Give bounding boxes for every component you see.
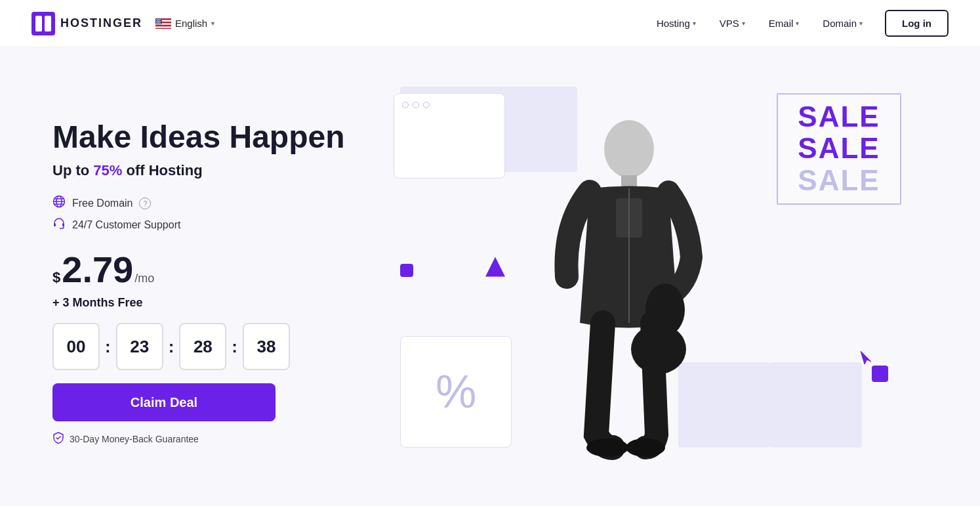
svg-rect-40 xyxy=(54,223,56,226)
nav-item-domain[interactable]: Domain ▾ xyxy=(813,12,872,34)
svg-point-18 xyxy=(157,20,158,20)
headset-icon xyxy=(52,217,66,233)
svg-point-26 xyxy=(157,22,157,22)
svg-point-14 xyxy=(158,18,159,19)
svg-point-17 xyxy=(157,20,157,20)
svg-rect-1 xyxy=(35,16,42,32)
svg-point-28 xyxy=(159,22,159,22)
logo-text: HOSTINGER xyxy=(60,16,142,30)
svg-point-23 xyxy=(158,20,159,21)
percent-symbol: % xyxy=(436,369,476,415)
svg-point-20 xyxy=(159,20,160,20)
flag-icon xyxy=(155,18,171,29)
guarantee-text: 30-Day Money-Back Guarantee xyxy=(70,434,199,444)
shield-icon xyxy=(52,432,64,446)
svg-point-32 xyxy=(158,22,159,23)
features-list: Free Domain ? 24/7 Customer Support xyxy=(52,195,367,233)
svg-rect-41 xyxy=(62,223,64,226)
logo[interactable]: HOSTINGER xyxy=(31,12,142,35)
sale-box: SALE SALE SALE xyxy=(777,93,901,205)
svg-point-15 xyxy=(159,18,159,19)
browser-dot-1 xyxy=(402,102,409,108)
bg-triangle-purple xyxy=(485,257,505,277)
browser-dots xyxy=(402,102,497,108)
free-months-label: + 3 Months Free xyxy=(52,296,367,310)
browser-dot-3 xyxy=(423,102,430,108)
svg-point-46 xyxy=(586,438,628,457)
countdown-minutes: 23 xyxy=(116,323,163,370)
countdown-timer: 00 : 23 : 28 : 38 xyxy=(52,323,367,370)
svg-point-42 xyxy=(604,120,654,178)
price-value: 2.79 xyxy=(62,251,133,288)
vps-chevron-icon: ▾ xyxy=(742,20,745,27)
svg-rect-8 xyxy=(155,24,171,26)
svg-rect-0 xyxy=(31,12,55,35)
percent-card: % xyxy=(400,336,512,448)
price-period: /mo xyxy=(134,272,154,285)
person-illustration xyxy=(537,113,721,480)
login-button[interactable]: Log in xyxy=(885,10,949,37)
sub-headline: Up to 75% off Hosting xyxy=(52,162,367,179)
svg-point-19 xyxy=(159,20,159,20)
browser-mockup-card xyxy=(394,93,505,179)
countdown-hours: 00 xyxy=(52,323,100,370)
free-domain-text: Free Domain xyxy=(72,198,133,209)
svg-point-25 xyxy=(160,20,161,21)
svg-point-21 xyxy=(156,20,157,21)
guarantee-row: 30-Day Money-Back Guarantee xyxy=(52,432,367,446)
hosting-chevron-icon: ▾ xyxy=(693,20,696,27)
claim-deal-button[interactable]: Claim Deal xyxy=(52,383,276,421)
domain-chevron-icon: ▾ xyxy=(859,20,863,27)
price-display: $ 2.79 /mo xyxy=(52,251,367,288)
globe-icon xyxy=(52,195,66,211)
svg-rect-10 xyxy=(155,28,171,28)
sale-word-3: SALE xyxy=(798,165,880,196)
svg-rect-9 xyxy=(155,26,171,28)
main-headline: Make Ideas Happen xyxy=(52,120,367,155)
svg-point-33 xyxy=(159,22,159,23)
price-currency: $ xyxy=(52,269,60,286)
svg-point-22 xyxy=(157,20,157,21)
countdown-ms: 38 xyxy=(243,323,290,370)
cursor-icon xyxy=(859,350,875,372)
svg-point-31 xyxy=(157,22,157,23)
svg-point-27 xyxy=(157,22,158,22)
bg-grid-sq-2 xyxy=(770,362,862,448)
svg-point-30 xyxy=(156,22,157,23)
svg-point-24 xyxy=(159,20,159,21)
sale-word-2: SALE xyxy=(798,133,880,164)
browser-dot-2 xyxy=(413,102,419,108)
svg-point-12 xyxy=(156,18,157,19)
bg-square-purple-1 xyxy=(400,264,413,277)
email-chevron-icon: ▾ xyxy=(796,20,799,27)
svg-rect-2 xyxy=(45,16,51,32)
support-text: 24/7 Customer Support xyxy=(72,219,180,231)
hero-left: Make Ideas Happen Up to 75% off Hosting … xyxy=(52,107,367,447)
svg-point-16 xyxy=(160,18,161,19)
free-domain-info-icon[interactable]: ? xyxy=(139,198,151,209)
sale-word-1: SALE xyxy=(798,101,880,133)
hero-illustration: % SALE SALE SALE xyxy=(367,74,928,480)
svg-point-34 xyxy=(160,22,161,23)
feature-free-domain: Free Domain ? xyxy=(52,195,367,211)
svg-point-29 xyxy=(159,22,160,22)
pricing-block: $ 2.79 /mo xyxy=(52,251,367,288)
countdown-sep-2: : xyxy=(169,337,174,357)
language-selector[interactable]: English ▾ xyxy=(155,18,214,29)
navbar: HOSTINGER xyxy=(0,0,980,47)
nav-item-vps[interactable]: VPS ▾ xyxy=(710,12,754,34)
main-section: Make Ideas Happen Up to 75% off Hosting … xyxy=(0,47,980,506)
countdown-sep-3: : xyxy=(232,337,237,357)
countdown-sep-1: : xyxy=(105,337,111,357)
svg-point-13 xyxy=(157,18,157,19)
nav-item-email[interactable]: Email ▾ xyxy=(760,12,809,34)
language-label: English xyxy=(175,18,207,29)
nav-right: Hosting ▾ VPS ▾ Email ▾ Domain ▾ Log in xyxy=(647,10,949,37)
feature-support: 24/7 Customer Support xyxy=(52,217,367,233)
countdown-seconds: 28 xyxy=(179,323,226,370)
language-chevron-icon: ▾ xyxy=(211,20,214,27)
nav-left: HOSTINGER xyxy=(31,12,214,35)
svg-point-47 xyxy=(626,438,665,457)
logo-icon xyxy=(31,12,55,35)
nav-item-hosting[interactable]: Hosting ▾ xyxy=(647,12,705,34)
